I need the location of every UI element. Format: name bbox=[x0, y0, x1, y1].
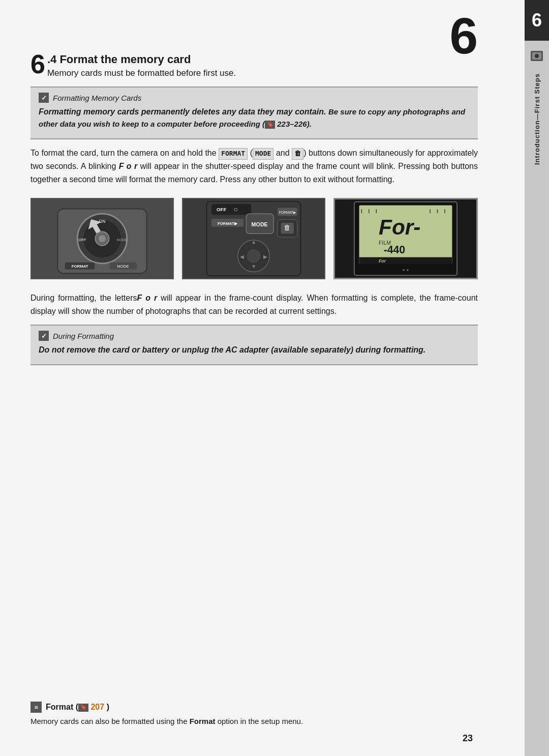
section-title: .4 Format the memory card bbox=[47, 53, 236, 66]
note-during-formatting: ✓ During Formatting Do not remove the ca… bbox=[30, 325, 478, 365]
chapter-icon bbox=[528, 47, 546, 65]
svg-point-51 bbox=[535, 54, 539, 58]
footer-page-ref: 207 bbox=[90, 703, 104, 711]
chapter-tab: 6 bbox=[525, 0, 549, 41]
svg-text:FORMAT: FORMAT bbox=[72, 264, 88, 269]
body-paragraph-2: During formatting, the lettersF o r will… bbox=[30, 292, 478, 317]
svg-text:-440: -440 bbox=[384, 244, 405, 255]
footer-format-label: Format bbox=[46, 703, 73, 711]
svg-text:For-: For- bbox=[379, 215, 420, 239]
body-text-1c: and bbox=[276, 149, 292, 157]
svg-text:MODE: MODE bbox=[117, 238, 128, 242]
page-number: 23 bbox=[463, 733, 473, 744]
svg-text:FORMAT▶: FORMAT▶ bbox=[218, 221, 238, 226]
for-display-2: F o r bbox=[137, 294, 158, 302]
camera-back-image: OFF O FORMAT▶ MODE FORMAT▶ 🗑 bbox=[182, 198, 325, 279]
footer-page-icon: 🔖 bbox=[78, 704, 88, 712]
mode-button-label: MODE bbox=[253, 148, 273, 160]
format-button-label: FORMAT bbox=[219, 148, 248, 160]
page-ref-icon-1: 🔖 bbox=[265, 121, 275, 129]
svg-text:▶: ▶ bbox=[263, 254, 267, 259]
svg-text:MODE: MODE bbox=[117, 264, 129, 269]
camera-dial-image: ON OFF MODE FORMAT MODE bbox=[30, 198, 174, 279]
section-header: 6 .4 Format the memory card Memory cards… bbox=[30, 51, 478, 78]
lcd-display-image: For- FILM -440 For ● ● bbox=[333, 198, 478, 279]
svg-text:● ●: ● ● bbox=[403, 268, 409, 273]
svg-text:FORMAT▶: FORMAT▶ bbox=[279, 211, 296, 214]
page-ref-num-1: 223–226 bbox=[277, 120, 307, 128]
note-header-1: ✓ Formatting Memory Cards bbox=[39, 93, 470, 103]
footer-description: Memory cards can also be formatted using… bbox=[30, 717, 478, 725]
svg-text:For: For bbox=[379, 258, 386, 264]
note-bold-text-1: Formatting memory cards permanently dele… bbox=[39, 106, 470, 130]
sidebar-label: Introduction—First Steps bbox=[533, 73, 541, 165]
svg-text:OFF: OFF bbox=[217, 207, 227, 213]
svg-text:MODE: MODE bbox=[252, 221, 268, 227]
trash-button-label: 🗑 bbox=[292, 148, 303, 160]
footer-ref-inner: ≡ Format (🔖 207 ) bbox=[30, 702, 478, 713]
svg-text:▼: ▼ bbox=[251, 264, 256, 270]
svg-text:▲: ▲ bbox=[251, 239, 256, 245]
note-title-2: During Formatting bbox=[53, 332, 114, 340]
svg-text:◀: ◀ bbox=[240, 254, 244, 259]
right-sidebar: 6 Introduction—First Steps bbox=[525, 0, 549, 756]
footer-reference: ≡ Format (🔖 207 ) Memory cards can also … bbox=[30, 702, 478, 725]
body-paragraph-1: To format the card, turn the camera on a… bbox=[30, 147, 478, 186]
check-icon-2: ✓ bbox=[39, 331, 49, 341]
svg-text:O: O bbox=[234, 207, 238, 213]
footer-close: ) bbox=[107, 703, 109, 711]
svg-text:ON: ON bbox=[99, 219, 105, 224]
note-header-2: ✓ During Formatting bbox=[39, 331, 470, 341]
svg-text:🗑: 🗑 bbox=[284, 224, 291, 232]
section-title-block: .4 Format the memory card Memory cards m… bbox=[47, 51, 236, 78]
images-row: ON OFF MODE FORMAT MODE bbox=[30, 198, 478, 279]
chapter-tab-number: 6 bbox=[532, 10, 542, 31]
main-content: 6 6 .4 Format the memory card Memory car… bbox=[0, 0, 508, 756]
note-bold-text-2: Do not remove the card or battery or unp… bbox=[39, 344, 470, 356]
note-title-1: Formatting Memory Cards bbox=[53, 94, 141, 102]
svg-rect-46 bbox=[359, 257, 452, 264]
svg-point-7 bbox=[99, 235, 106, 242]
note-formatting-memory: ✓ Formatting Memory Cards Formatting mem… bbox=[30, 86, 478, 139]
footer-ref-text: Format (🔖 207 ) bbox=[46, 703, 109, 712]
section-number: 6 bbox=[30, 51, 45, 77]
chapter-number-display: 6 bbox=[449, 10, 478, 61]
section-title-text: Format the memory card bbox=[59, 53, 191, 66]
footer-ref-icon: ≡ bbox=[30, 702, 42, 713]
check-icon-1: ✓ bbox=[39, 93, 49, 103]
note-bold-span: Formatting memory cards permanently dele… bbox=[39, 107, 326, 116]
section-description: Memory cards must be formatted before fi… bbox=[47, 68, 236, 78]
for-display-1: F o r bbox=[119, 162, 138, 170]
svg-text:OFF: OFF bbox=[78, 238, 86, 242]
footer-bold-word: Format bbox=[190, 717, 216, 725]
svg-point-26 bbox=[247, 249, 260, 263]
subsection-number: .4 bbox=[47, 53, 56, 66]
